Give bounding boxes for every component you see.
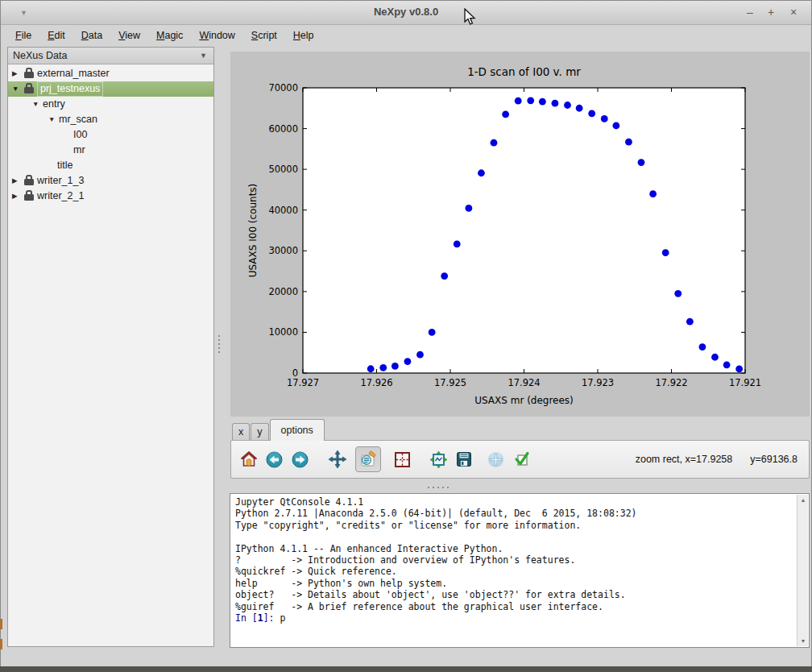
svg-text:17.923: 17.923 (582, 377, 614, 388)
nexus-tree: ▶external_master▼prj_testnexus▼entry▼mr_… (8, 66, 213, 646)
menu-data[interactable]: Data (73, 27, 110, 44)
console-line (235, 531, 794, 542)
console-prompt-line[interactable]: In [1]: p (235, 612, 794, 624)
tree-item-I00[interactable]: I00 (8, 127, 213, 143)
svg-text:70000: 70000 (268, 82, 298, 93)
prompt-label: In [1]: (235, 612, 280, 624)
menu-magic[interactable]: Magic (148, 27, 191, 44)
tree-header-dropdown[interactable]: NeXus Data ▼ (8, 48, 213, 64)
console-line: ? -> Introduction and overview of IPytho… (235, 554, 794, 566)
home-icon (241, 451, 257, 467)
expand-arrow-down-icon[interactable]: ▼ (32, 97, 39, 112)
tree-item-label: writer_1_3 (37, 173, 84, 189)
tree-item-writer_1_3[interactable]: ▶writer_1_3 (8, 173, 213, 189)
lock-icon (24, 87, 34, 93)
tree-item-label: external_master (37, 66, 110, 81)
menu-help[interactable]: Help (285, 27, 322, 44)
pan-button[interactable] (329, 450, 346, 468)
expand-arrow-right-icon[interactable]: ▶ (12, 173, 18, 189)
plot-tabbar: xyoptions (232, 419, 325, 441)
tab-y[interactable]: y (251, 423, 268, 441)
tree-item-mr[interactable]: mr (8, 143, 213, 158)
minimize-button[interactable]: – (742, 4, 758, 20)
desktop-panel (0, 666, 812, 672)
svg-text:30000: 30000 (268, 245, 298, 256)
forward-button[interactable] (292, 451, 309, 468)
customize-axes-icon (430, 451, 447, 468)
subplots-icon (395, 452, 410, 467)
customize-axes-button[interactable] (430, 451, 447, 468)
menu-window[interactable]: Window (191, 27, 242, 44)
add-button[interactable] (487, 451, 504, 468)
svg-text:20000: 20000 (268, 286, 298, 297)
tab-x[interactable]: x (232, 423, 250, 441)
lock-icon (24, 194, 34, 201)
scroll-down-icon[interactable]: ▼ (798, 636, 809, 646)
menu-view[interactable]: View (110, 27, 148, 44)
svg-text:17.927: 17.927 (287, 377, 319, 388)
console-input[interactable]: p (280, 612, 285, 624)
console-line: help -> Python's own help system. (235, 578, 794, 589)
expand-arrow-down-icon[interactable]: ▼ (48, 112, 55, 127)
save-button[interactable] (456, 451, 472, 467)
svg-text:17.924: 17.924 (508, 377, 540, 388)
svg-text:USAXS mr (degrees): USAXS mr (degrees) (474, 395, 574, 406)
chevron-down-icon: ▼ (200, 48, 207, 64)
svg-text:1-D scan of I00 v. mr: 1-D scan of I00 v. mr (467, 65, 581, 78)
svg-text:17.921: 17.921 (729, 377, 761, 388)
close-button[interactable]: × (785, 4, 802, 20)
tree-item-title[interactable]: title (8, 158, 213, 173)
horizontal-splitter-handle[interactable] (426, 487, 450, 488)
tree-header-label: NeXus Data (13, 50, 67, 61)
menu-edit[interactable]: Edit (39, 27, 73, 44)
titlebar[interactable]: ▼ NeXpy v0.8.0 – + × (1, 1, 811, 25)
forward-arrow-icon (292, 451, 309, 468)
svg-text:50000: 50000 (268, 164, 298, 175)
nexpy-window: ▼ NeXpy v0.8.0 – + × FileEditDataViewMag… (0, 0, 812, 667)
tree-item-label: prj_testnexus (37, 81, 103, 97)
zoom-rect-icon (359, 450, 377, 468)
tab-options[interactable]: options (270, 419, 325, 441)
zoom-status: zoom rect, x=17.9258 y=69136.8 (618, 441, 798, 478)
console-line: Python 2.7.11 |Anaconda 2.5.0 (64-bit)| … (235, 508, 794, 519)
scroll-up-icon[interactable]: ▲ (798, 495, 809, 505)
expand-arrow-right-icon[interactable]: ▶ (12, 66, 18, 81)
lock-icon (24, 72, 34, 78)
back-arrow-icon (266, 451, 283, 468)
tree-item-label: title (57, 158, 72, 173)
zoom-status-x: zoom rect, x=17.9258 (636, 454, 733, 465)
zoom-rect-button[interactable] (355, 446, 381, 472)
console-line: Jupyter QtConsole 4.1.1 (235, 496, 794, 508)
tree-item-external_master[interactable]: ▶external_master (8, 66, 213, 81)
desktop-icon-fragment (0, 639, 2, 649)
save-icon (456, 451, 472, 467)
tree-item-label: entry (43, 97, 65, 112)
accept-button[interactable] (513, 451, 530, 467)
console-scrollbar[interactable]: ▲ ▼ (797, 495, 808, 646)
subplots-button[interactable] (395, 452, 410, 467)
svg-text:10000: 10000 (268, 326, 298, 338)
plot-figure: 1-D scan of I00 v. mr17.92717.92617.9251… (230, 52, 810, 417)
menu-file[interactable]: File (7, 27, 39, 44)
expand-arrow-down-icon[interactable]: ▼ (12, 81, 19, 97)
svg-text:17.926: 17.926 (360, 377, 392, 388)
console-line: IPython 4.1.1 -- An enhanced Interactive… (235, 543, 794, 554)
mouse-cursor (464, 8, 476, 26)
plot-canvas[interactable]: 1-D scan of I00 v. mr17.92717.92617.9251… (230, 52, 810, 417)
svg-text:USAXS I00 (counts): USAXS I00 (counts) (247, 184, 259, 278)
tree-item-entry[interactable]: ▼entry (8, 97, 213, 112)
menu-script[interactable]: Script (243, 27, 285, 44)
tree-item-writer_2_1[interactable]: ▶writer_2_1 (8, 189, 213, 204)
tree-item-label: I00 (73, 127, 87, 143)
tree-item-mr_scan[interactable]: ▼mr_scan (8, 112, 213, 127)
vertical-splitter-handle[interactable] (218, 333, 222, 355)
desktop: ▼ NeXpy v0.8.0 – + × FileEditDataViewMag… (0, 0, 812, 672)
svg-text:60000: 60000 (268, 123, 298, 135)
console-line: object? -> Details about 'object', use '… (235, 589, 794, 600)
home-button[interactable] (241, 451, 257, 467)
maximize-button[interactable]: + (763, 4, 779, 20)
back-button[interactable] (266, 451, 283, 468)
jupyter-console[interactable]: Jupyter QtConsole 4.1.1Python 2.7.11 |An… (230, 493, 810, 648)
tree-item-prj_testnexus[interactable]: ▼prj_testnexus (8, 81, 213, 97)
expand-arrow-right-icon[interactable]: ▶ (12, 189, 18, 204)
